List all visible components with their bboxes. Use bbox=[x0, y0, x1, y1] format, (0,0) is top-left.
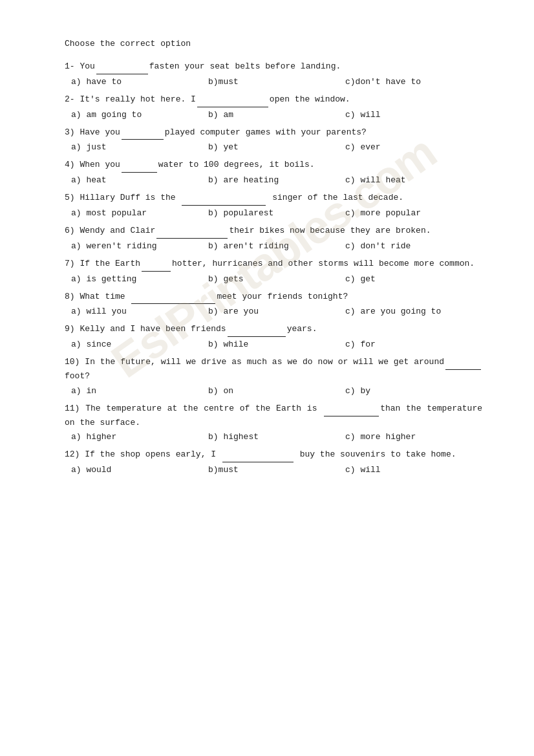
question-prefix-1: 1- bbox=[65, 61, 80, 71]
option-6-0: a) weren't riding bbox=[71, 241, 208, 251]
option-11-1: b) highest bbox=[208, 432, 345, 442]
question-blank-10 bbox=[445, 356, 481, 370]
question-blank-5 bbox=[182, 191, 266, 206]
option-8-1: b) are you bbox=[208, 307, 345, 316]
question-text-part2-2: open the window. bbox=[270, 94, 350, 104]
question-block-9: 9) Kelly and I have been friends years.a… bbox=[65, 323, 482, 349]
question-text-11: 11) The temperature at the centre of the… bbox=[65, 402, 482, 430]
question-blank-4 bbox=[122, 158, 157, 173]
question-block-8: 8) What time meet your friends tonight?a… bbox=[65, 290, 482, 317]
question-prefix-12: 12) bbox=[65, 449, 85, 459]
option-5-2: c) more popular bbox=[345, 208, 482, 218]
option-7-2: c) get bbox=[345, 274, 482, 284]
question-text-10: 10) In the future, will we drive as much… bbox=[65, 356, 482, 383]
question-blank-11 bbox=[324, 402, 379, 416]
option-9-2: c) for bbox=[345, 340, 482, 349]
question-text-part2-9: years. bbox=[287, 324, 317, 334]
options-row-1: a) have tob)mustc)don't have to bbox=[71, 77, 482, 87]
option-8-0: a) will you bbox=[71, 307, 208, 316]
question-text-3: 3) Have you played computer games with y… bbox=[65, 126, 482, 140]
option-7-1: b) gets bbox=[208, 274, 345, 284]
question-text-9: 9) Kelly and I have been friends years. bbox=[65, 323, 482, 337]
question-text-part2-3: played computer games with your parents? bbox=[165, 127, 367, 137]
question-blank-3 bbox=[122, 126, 164, 140]
question-text-part1-4: When you bbox=[80, 160, 120, 169]
question-block-6: 6) Wendy and Clair their bikes now becau… bbox=[65, 224, 482, 251]
options-row-10: a) inb) onc) by bbox=[71, 386, 482, 396]
question-blank-9 bbox=[228, 323, 286, 337]
question-text-6: 6) Wendy and Clair their bikes now becau… bbox=[65, 224, 482, 239]
option-10-1: b) on bbox=[208, 386, 345, 396]
option-1-0: a) have to bbox=[71, 77, 208, 87]
question-text-part1-8: What time bbox=[80, 292, 130, 301]
question-blank-1 bbox=[96, 60, 148, 74]
question-text-part2-7: hotter, hurricanes and other storms will… bbox=[172, 259, 475, 268]
instruction: Choose the correct option bbox=[65, 39, 482, 49]
option-3-2: c) ever bbox=[345, 142, 482, 152]
option-3-0: a) just bbox=[71, 142, 208, 152]
question-text-part2-10: foot? bbox=[65, 371, 90, 381]
options-row-5: a) most popularb) popularestc) more popu… bbox=[71, 208, 482, 218]
option-6-1: b) aren't riding bbox=[208, 241, 345, 251]
question-text-part1-9: Kelly and I have been friends bbox=[80, 324, 226, 334]
option-6-2: c) don't ride bbox=[345, 241, 482, 251]
question-text-part1-7: If the Earth bbox=[80, 259, 140, 268]
question-text-part2-12: buy the souvenirs to take home. bbox=[295, 449, 456, 459]
option-1-1: b)must bbox=[208, 77, 345, 87]
question-text-part1-3: Have you bbox=[80, 127, 120, 137]
question-text-part2-4: water to 100 degrees, it boils. bbox=[158, 160, 315, 169]
question-prefix-7: 7) bbox=[65, 259, 80, 268]
options-row-6: a) weren't ridingb) aren't ridingc) don'… bbox=[71, 241, 482, 251]
option-3-1: b) yet bbox=[208, 142, 345, 152]
question-block-7: 7) If the Earth hotter, hurricanes and o… bbox=[65, 257, 482, 284]
question-prefix-5: 5) bbox=[65, 193, 80, 202]
question-prefix-10: 10) bbox=[65, 357, 85, 367]
question-block-11: 11) The temperature at the centre of the… bbox=[65, 402, 482, 442]
option-4-1: b) are heating bbox=[208, 175, 345, 185]
question-text-part1-1: You bbox=[80, 61, 94, 71]
option-12-0: a) would bbox=[71, 465, 208, 475]
option-5-0: a) most popular bbox=[71, 208, 208, 218]
question-text-part1-11: The temperature at the centre of the Ear… bbox=[85, 404, 323, 413]
question-block-1: 1- You fasten your seat belts before lan… bbox=[65, 60, 482, 87]
question-blank-8 bbox=[131, 290, 215, 305]
option-11-2: c) more higher bbox=[345, 432, 482, 442]
option-11-0: a) higher bbox=[71, 432, 208, 442]
option-5-1: b) popularest bbox=[208, 208, 345, 218]
question-prefix-9: 9) bbox=[65, 324, 80, 334]
option-2-2: c) will bbox=[345, 110, 482, 120]
option-1-2: c)don't have to bbox=[345, 77, 482, 87]
question-text-part1-6: Wendy and Clair bbox=[80, 226, 155, 235]
question-prefix-11: 11) bbox=[65, 404, 85, 413]
question-block-10: 10) In the future, will we drive as much… bbox=[65, 356, 482, 396]
options-row-11: a) higherb) highestc) more higher bbox=[71, 432, 482, 442]
question-block-5: 5) Hillary Duff is the singer of the las… bbox=[65, 191, 482, 218]
option-10-0: a) in bbox=[71, 386, 208, 396]
options-row-3: a) justb) yetc) ever bbox=[71, 142, 482, 152]
option-12-2: c) will bbox=[345, 465, 482, 475]
option-12-1: b)must bbox=[208, 465, 345, 475]
question-block-12: 12) If the shop opens early, I buy the s… bbox=[65, 448, 482, 475]
question-block-2: 2- It's really hot here. I open the wind… bbox=[65, 93, 482, 120]
options-row-2: a) am going tob) amc) will bbox=[71, 110, 482, 120]
question-text-part2-1: fasten your seat belts before landing. bbox=[149, 61, 341, 71]
options-row-4: a) heatb) are heatingc) will heat bbox=[71, 175, 482, 185]
question-text-part2-5: singer of the last decade. bbox=[267, 193, 403, 202]
options-row-7: a) is gettingb) getsc) get bbox=[71, 274, 482, 284]
option-8-2: c) are you going to bbox=[345, 307, 482, 316]
question-text-2: 2- It's really hot here. I open the wind… bbox=[65, 93, 482, 107]
question-blank-12 bbox=[222, 448, 294, 462]
question-blank-2 bbox=[197, 93, 268, 107]
questions-container: 1- You fasten your seat belts before lan… bbox=[65, 60, 482, 475]
option-4-2: c) will heat bbox=[345, 175, 482, 185]
question-block-3: 3) Have you played computer games with y… bbox=[65, 126, 482, 153]
question-text-part1-10: In the future, will we drive as much as … bbox=[85, 357, 444, 367]
options-row-9: a) sinceb) whilec) for bbox=[71, 340, 482, 349]
question-prefix-4: 4) bbox=[65, 160, 80, 169]
option-9-0: a) since bbox=[71, 340, 208, 349]
question-text-part2-6: their bikes now because they are broken. bbox=[229, 226, 431, 235]
option-4-0: a) heat bbox=[71, 175, 208, 185]
question-prefix-8: 8) bbox=[65, 292, 80, 301]
question-text-part2-8: meet your friends tonight? bbox=[217, 292, 348, 301]
question-prefix-6: 6) bbox=[65, 226, 80, 235]
